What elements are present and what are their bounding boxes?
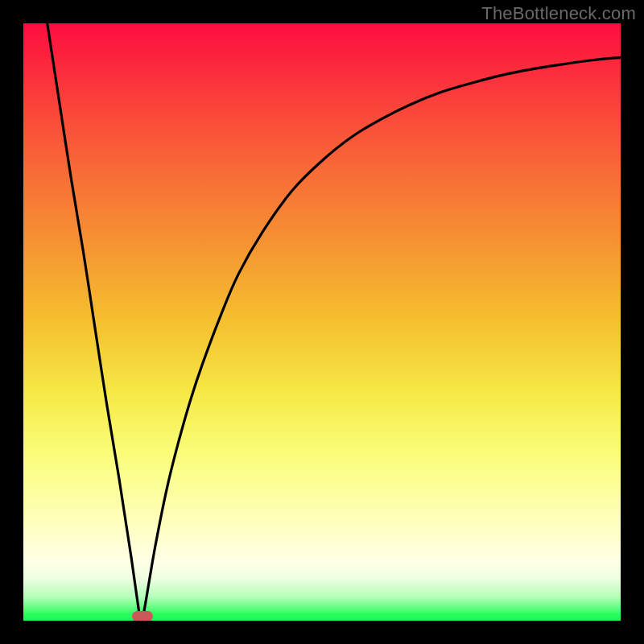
watermark-text: TheBottleneck.com (481, 3, 636, 24)
chart-min-marker (132, 611, 153, 621)
chart-plot-area (23, 23, 621, 621)
chart-background-gradient (23, 23, 621, 621)
